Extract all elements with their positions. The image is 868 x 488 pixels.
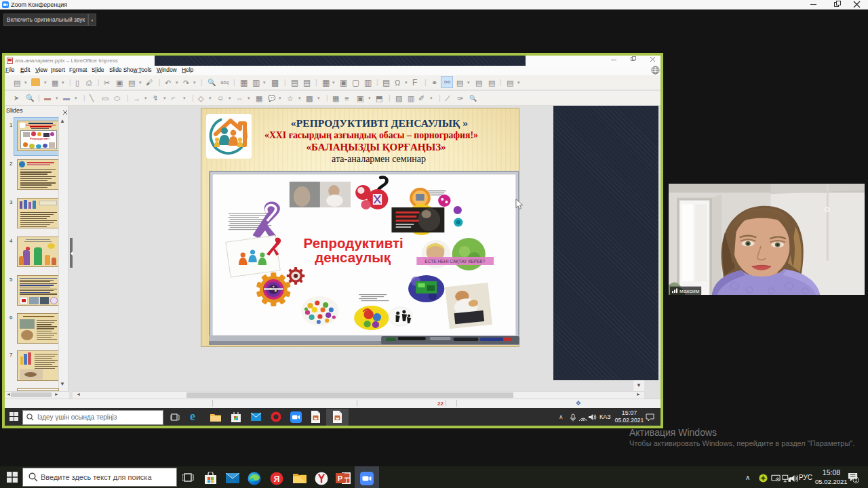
svg-text:P: P: [338, 474, 342, 483]
svg-text:Репродуктивті: Репродуктивті: [304, 236, 403, 251]
svg-text:денсаулық: денсаулық: [315, 250, 391, 265]
svg-text:Я: Я: [274, 474, 280, 484]
svg-text:ЕСТЕ НЕНІ САҚТАУ КЕРЕК?: ЕСТЕ НЕНІ САҚТАУ КЕРЕК?: [425, 259, 485, 264]
svg-text:максим: максим: [679, 287, 700, 294]
svg-text:1: 1: [854, 478, 857, 483]
